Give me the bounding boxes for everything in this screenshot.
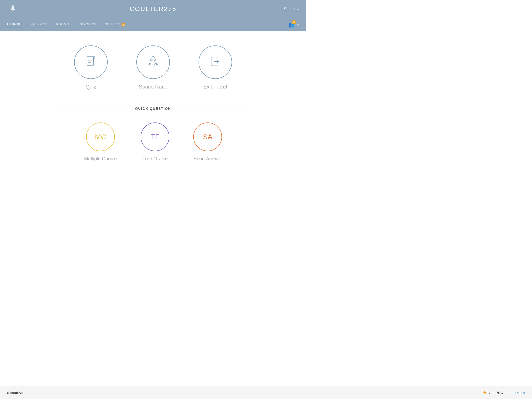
mc-label: Multiple Choice bbox=[84, 156, 117, 161]
qq-row: MC Multiple Choice TF True / False SA Sh… bbox=[57, 122, 249, 161]
user-menu[interactable]: Susan bbox=[284, 7, 299, 11]
nav-item-rooms[interactable]: ROOMS bbox=[56, 22, 69, 27]
activity-row: Quiz Space Race bbox=[74, 45, 232, 90]
exit-ticket-card[interactable]: Exit Ticket bbox=[199, 45, 232, 90]
nav-links: LAUNCH QUIZZES ROOMS REPORTS RESULTS 📶 bbox=[7, 22, 125, 27]
tf-abbrev: TF bbox=[151, 133, 159, 141]
quiz-label: Quiz bbox=[85, 84, 96, 90]
svg-rect-3 bbox=[87, 57, 94, 65]
quick-question-divider: QUICK QUESTION bbox=[57, 107, 249, 111]
space-race-label: Space Race bbox=[139, 84, 167, 90]
space-race-card[interactable]: Space Race bbox=[136, 45, 170, 90]
nav-item-quizzes[interactable]: QUIZZES bbox=[31, 22, 46, 27]
user-name: Susan bbox=[284, 7, 295, 11]
multiple-choice-card[interactable]: MC Multiple Choice bbox=[84, 122, 117, 161]
divider-left bbox=[57, 109, 130, 109]
svg-point-2 bbox=[12, 7, 14, 9]
nav-item-results: RESULTS bbox=[105, 22, 120, 27]
notifications-wrapper[interactable]: 👥 0 bbox=[288, 22, 295, 28]
main-content: Quiz Space Race bbox=[0, 31, 306, 171]
sa-abbrev: SA bbox=[203, 133, 212, 141]
sa-label: Short Answer bbox=[194, 156, 222, 161]
divider-right bbox=[176, 109, 249, 109]
nav-item-results-wrapper[interactable]: RESULTS 📶 bbox=[105, 22, 125, 27]
nav-bar: LAUNCH QUIZZES ROOMS REPORTS RESULTS 📶 👥… bbox=[0, 18, 306, 31]
nav-item-reports[interactable]: REPORTS bbox=[78, 22, 95, 27]
true-false-card[interactable]: TF True / False bbox=[141, 122, 169, 161]
quiz-card[interactable]: Quiz bbox=[74, 45, 108, 90]
exit-ticket-label: Exit Ticket bbox=[203, 84, 227, 90]
header-top: COULTER275 Susan bbox=[0, 0, 306, 18]
notification-badge: 0 bbox=[292, 20, 296, 24]
short-answer-card[interactable]: SA Short Answer bbox=[193, 122, 222, 161]
svg-point-7 bbox=[152, 59, 155, 62]
tf-label: True / False bbox=[142, 156, 168, 161]
exit-ticket-circle bbox=[199, 45, 232, 79]
user-menu-chevron-icon bbox=[297, 7, 299, 10]
quick-question-section: QUICK QUESTION MC Multiple Choice TF Tru… bbox=[57, 107, 249, 161]
tf-circle: TF bbox=[141, 122, 169, 151]
nav-right: 👥 0 bbox=[288, 22, 299, 28]
quiz-circle bbox=[74, 45, 108, 79]
logo bbox=[7, 3, 19, 15]
nav-item-launch[interactable]: LAUNCH bbox=[7, 22, 22, 27]
mc-circle: MC bbox=[86, 122, 115, 151]
mc-abbrev: MC bbox=[95, 133, 106, 141]
quick-question-label: QUICK QUESTION bbox=[135, 107, 171, 111]
bell-icon: 📶 bbox=[121, 23, 125, 26]
sa-circle: SA bbox=[193, 122, 222, 151]
space-race-circle bbox=[136, 45, 170, 79]
page-title: COULTER275 bbox=[130, 5, 177, 13]
nav-right-chevron-icon bbox=[297, 23, 299, 25]
